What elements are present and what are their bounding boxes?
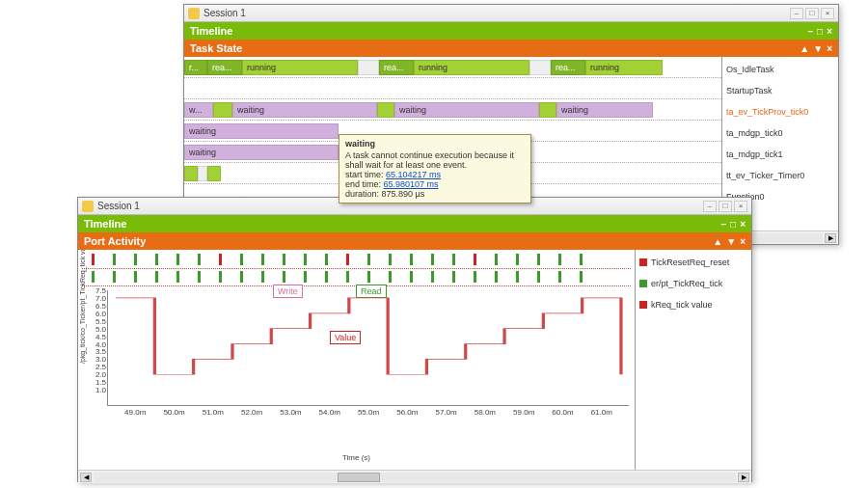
task-state[interactable] [184,166,198,181]
task-state[interactable]: waiting [394,102,539,118]
task-state[interactable] [529,60,551,75]
panel-min-icon[interactable]: – [808,26,814,37]
timeline-panel-header[interactable]: Timeline – □ × [184,22,838,40]
task-state[interactable]: waiting [556,102,653,118]
port-tick [176,271,179,283]
port-tick [198,271,201,283]
taskstate-label: Task State [190,42,242,54]
task-row[interactable] [184,78,721,99]
y-tick: 1.5 [87,378,106,387]
state-tooltip: waiting A task cannot continue execution… [339,134,531,203]
timeline-label: Timeline [84,218,126,230]
task-state[interactable] [198,166,207,181]
task-state[interactable]: rea... [207,60,242,75]
tooltip-end-label: end time: [345,179,381,189]
task-label: ta_ev_TickProv_tick0 [726,101,834,122]
minimize-button[interactable]: – [790,8,803,19]
task-state[interactable]: running [414,60,529,75]
close-button[interactable]: × [734,201,747,212]
task-state[interactable]: waiting [184,123,339,139]
portactivity-timeline[interactable]: Call Write Read /pkg_tick/co_Ticker/pt_T… [78,250,636,470]
port-tick [389,271,392,283]
x-tick: 51.0m [203,408,224,417]
port-tick [304,254,307,265]
port-tick [304,271,307,283]
task-state[interactable]: r... [184,60,207,75]
port-tick [92,271,95,283]
panel-close-icon[interactable]: × [740,236,746,247]
port-tick [580,254,583,265]
task-state[interactable]: running [242,60,358,75]
tooltip-start-link[interactable]: 65.104217 ms [386,170,441,179]
port-tick [537,254,540,265]
scroll-left-icon[interactable]: ◀ [80,473,92,482]
port-tick [367,271,370,283]
portactivity-panel-header[interactable]: Port Activity ▲ ▼ × [78,232,751,250]
port-tick [367,254,370,265]
panel-close-icon[interactable]: × [740,219,746,230]
panel-max-icon[interactable]: □ [817,26,823,37]
port-tick [219,254,222,265]
port-tick [346,271,349,283]
tooltip-end-link[interactable]: 65.980107 ms [384,179,439,189]
hscroll-front[interactable]: ◀ ▶ [78,470,751,483]
collapse-up-icon[interactable]: ▲ [800,43,809,54]
port-tick [537,271,540,283]
x-tick: 53.0m [280,408,301,417]
taskstate-panel-header[interactable]: Task State ▲ ▼ × [184,40,838,57]
task-state[interactable]: waiting [232,102,377,118]
task-label: StartupTask [726,80,834,101]
task-state[interactable]: rea... [551,60,585,75]
y-tick: 7.0 [87,293,106,302]
x-tick: 57.0m [435,408,456,417]
chart-plot[interactable]: Value 1.01.52.02.53.03.54.04.55.05.56.06… [107,290,629,406]
scroll-thumb[interactable] [338,473,380,482]
app-icon [82,201,94,212]
task-row[interactable]: r...rea...runningrea...runningrea...runn… [184,57,721,78]
timeline-panel-header[interactable]: Timeline – □ × [78,215,751,232]
panel-min-icon[interactable]: – [721,219,727,230]
x-tick: 56.0m [396,408,418,417]
tooltip-dur-value: 875.890 µs [382,189,425,199]
tooltip-title: waiting [345,139,525,149]
y-tick: 4.0 [87,339,106,348]
task-state[interactable]: waiting [184,145,339,160]
task-state[interactable] [213,102,232,118]
x-tick: 59.0m [513,408,534,417]
x-tick: 50.0m [163,408,184,417]
panel-max-icon[interactable]: □ [730,219,736,230]
close-button[interactable]: × [821,8,834,19]
maximize-button[interactable]: □ [805,8,819,19]
minimize-button[interactable]: – [703,201,717,212]
port-tick [495,271,498,283]
task-state[interactable] [207,166,221,181]
port-tick [389,254,392,265]
port-row[interactable] [82,252,631,269]
collapse-down-icon[interactable]: ▼ [813,43,823,54]
port-tick [219,271,222,283]
panel-close-icon[interactable]: × [827,43,832,54]
task-state[interactable] [358,60,379,75]
port-tick [240,271,243,283]
portactivity-label: Port Activity [84,235,146,247]
collapse-up-icon[interactable]: ▲ [713,236,722,247]
y-tick: 2.5 [87,363,106,371]
task-state[interactable]: rea... [379,60,414,75]
y-tick: 4.5 [87,332,106,340]
y-tick: 5.5 [87,316,106,325]
task-row[interactable]: w...waitingwaitingwaiting [184,99,721,121]
panel-close-icon[interactable]: × [827,26,832,37]
port-tick [261,254,264,265]
task-state[interactable] [377,102,394,118]
scroll-right-icon[interactable]: ▶ [825,233,836,243]
collapse-down-icon[interactable]: ▼ [726,236,736,247]
scroll-right-icon[interactable]: ▶ [738,473,749,482]
titlebar-back[interactable]: Session 1 – □ × [184,5,838,22]
task-state[interactable]: w... [184,102,213,118]
task-label: tt_ev_Ticker_Timer0 [726,165,834,186]
tooltip-dur-label: duration: [345,189,379,199]
task-state[interactable] [539,102,556,118]
task-state[interactable]: running [585,60,663,75]
port-tick [452,254,455,265]
maximize-button[interactable]: □ [719,201,732,212]
